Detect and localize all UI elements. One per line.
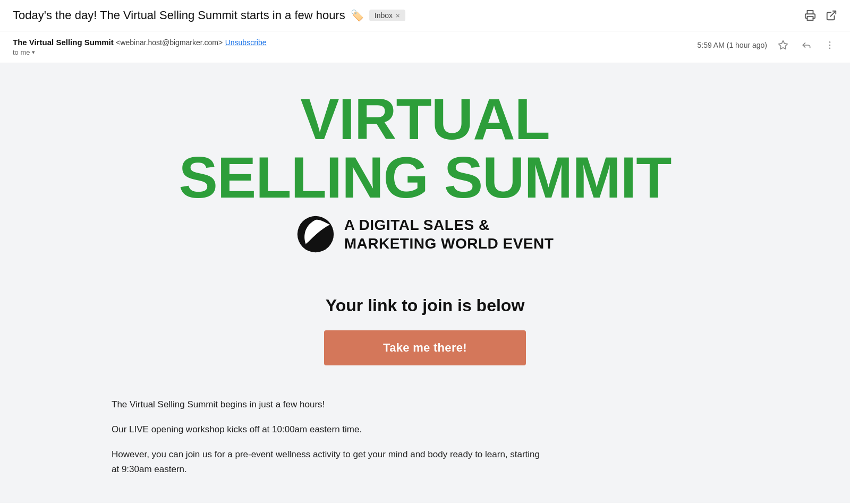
- event-header: VIRTUAL SELLING SUMMIT A DIGITAL SALES &…: [69, 63, 781, 269]
- to-me-dropdown[interactable]: to me ▾: [13, 48, 266, 56]
- subject-left: Today's the day! The Virtual Selling Sum…: [13, 8, 405, 22]
- svg-point-3: [829, 41, 831, 43]
- star-icon: [778, 40, 788, 50]
- unsubscribe-link[interactable]: Unsubscribe: [225, 38, 267, 47]
- open-external-button[interactable]: [826, 10, 837, 21]
- to-me-label: to me: [13, 48, 30, 56]
- globe-leaf-icon: [296, 215, 335, 253]
- svg-point-4: [829, 45, 831, 46]
- subject-text: Today's the day! The Virtual Selling Sum…: [13, 8, 345, 22]
- email-actions: 5:59 AM (1 hour ago): [697, 38, 837, 53]
- email-body-wrapper: VIRTUAL SELLING SUMMIT A DIGITAL SALES &…: [0, 63, 850, 503]
- body-paragraph-2: Our LIVE opening workshop kicks off at 1…: [112, 422, 547, 437]
- body-paragraph-3: However, you can join us for a pre-event…: [112, 447, 547, 476]
- inbox-badge[interactable]: Inbox ×: [369, 10, 405, 21]
- event-subtitle-text: A DIGITAL SALES &MARKETING WORLD EVENT: [344, 216, 554, 253]
- event-title-line2: SELLING SUMMIT: [69, 148, 781, 207]
- email-subject-bar: Today's the day! The Virtual Selling Sum…: [0, 0, 850, 31]
- svg-point-5: [829, 48, 831, 49]
- sender-name-row: The Virtual Selling Summit <webinar.host…: [13, 38, 266, 47]
- more-vertical-icon: [824, 40, 835, 50]
- body-text-section: The Virtual Selling Summit begins in jus…: [69, 376, 547, 503]
- reply-icon: [801, 40, 812, 50]
- external-link-icon: [826, 10, 837, 21]
- email-content: VIRTUAL SELLING SUMMIT A DIGITAL SALES &…: [0, 63, 850, 503]
- more-options-button[interactable]: [822, 38, 837, 53]
- join-section: Your link to join is below Take me there…: [69, 269, 781, 376]
- subject-actions: [804, 10, 837, 21]
- chevron-down-icon: ▾: [32, 49, 35, 56]
- join-heading: Your link to join is below: [69, 296, 781, 315]
- svg-line-1: [830, 11, 836, 16]
- close-inbox-tag-button[interactable]: ×: [396, 12, 400, 20]
- star-button[interactable]: [776, 38, 790, 53]
- email-card: VIRTUAL SELLING SUMMIT A DIGITAL SALES &…: [0, 63, 850, 503]
- svg-marker-2: [779, 41, 788, 49]
- svg-rect-0: [808, 16, 813, 20]
- email-meta-bar: The Virtual Selling Summit <webinar.host…: [0, 31, 850, 63]
- inbox-label: Inbox: [375, 11, 393, 20]
- sender-email: <webinar.host@bigmarker.com>: [116, 38, 223, 47]
- event-title-line1: VIRTUAL: [69, 90, 781, 148]
- print-icon: [804, 10, 816, 21]
- body-paragraph-1: The Virtual Selling Summit begins in jus…: [112, 397, 547, 412]
- sender-info: The Virtual Selling Summit <webinar.host…: [13, 38, 266, 56]
- sender-name: The Virtual Selling Summit: [13, 38, 114, 47]
- event-subtitle-row: A DIGITAL SALES &MARKETING WORLD EVENT: [69, 215, 781, 253]
- take-me-there-button[interactable]: Take me there!: [324, 330, 526, 365]
- reply-button[interactable]: [799, 38, 814, 53]
- label-arrow-icon: 🏷️: [351, 9, 364, 22]
- print-button[interactable]: [804, 10, 816, 21]
- email-timestamp: 5:59 AM (1 hour ago): [697, 41, 767, 49]
